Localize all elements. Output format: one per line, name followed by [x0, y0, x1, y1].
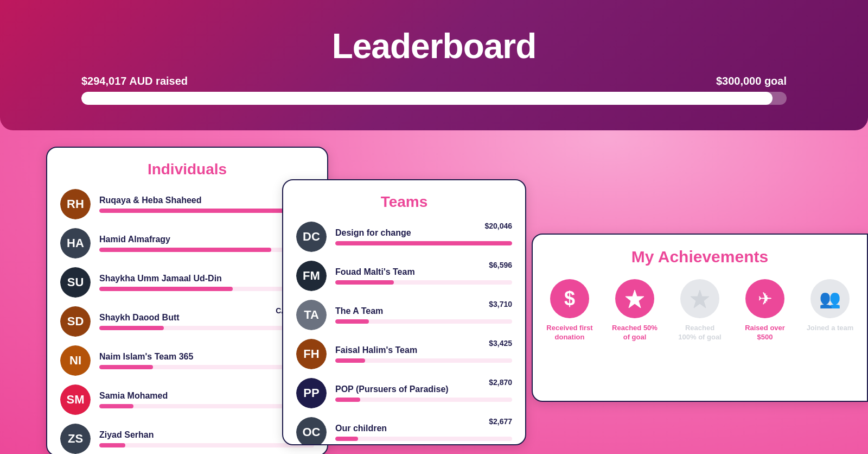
- individual-row: HA Hamid Almafragy $47,061: [60, 228, 314, 258]
- lb-name: Our children: [335, 424, 512, 433]
- individuals-list: RH Ruqaya & Heba Shaheed $58,970 HA Hami…: [60, 189, 314, 454]
- progress-labels: $294,017 AUD raised $300,000 goal: [81, 75, 787, 87]
- team-row: FH Faisal Halim's Team $3,425: [296, 339, 512, 369]
- raised-label: $294,017 AUD raised: [81, 75, 188, 87]
- lb-bar-fill: [99, 287, 233, 291]
- lb-amount: $20,046: [484, 222, 512, 230]
- team-row: DC Design for change $20,046: [296, 222, 512, 252]
- individual-row: SD Shaykh Daood Butt CA$17,330: [60, 306, 314, 337]
- achievement-item: Reached 50% of goal: [611, 279, 659, 342]
- lb-name: Faisal Halim's Team: [335, 345, 512, 355]
- lb-amount: $2,870: [489, 378, 512, 387]
- achievement-label: Reached 100% of goal: [676, 324, 724, 342]
- achievement-icon: [615, 279, 654, 318]
- lb-bar-container: [335, 398, 512, 402]
- lb-bar-fill: [99, 404, 133, 408]
- lb-name: Fouad Malti's Team: [335, 267, 512, 277]
- lb-bar-fill: [335, 437, 358, 441]
- lb-bar-fill: [335, 280, 394, 285]
- avatar: ZS: [60, 424, 91, 454]
- individual-row: SM Samia Mohamed $9,163: [60, 384, 314, 415]
- lb-bar-container: [335, 437, 512, 441]
- lb-name: The A Team: [335, 306, 512, 316]
- lb-bar-fill: [335, 358, 365, 363]
- achievements-row: $ Received first donation Reached 50% of…: [546, 279, 854, 342]
- achievement-icon: [680, 279, 719, 318]
- achievement-label: Received first donation: [546, 324, 593, 342]
- team-row: FM Fouad Malti's Team $6,596: [296, 261, 512, 291]
- avatar: RH: [60, 189, 91, 219]
- avatar: TA: [296, 300, 327, 330]
- lb-info: The A Team: [335, 306, 512, 324]
- header-banner: Leaderboard $294,017 AUD raised $300,000…: [0, 0, 868, 130]
- lb-bar-container: [335, 358, 512, 363]
- avatar: PP: [296, 378, 327, 408]
- progress-bar-fill: [81, 92, 773, 105]
- lb-info: Our children: [335, 424, 512, 441]
- teams-title: Teams: [296, 193, 512, 211]
- avatar: SD: [60, 306, 91, 337]
- team-row: OC Our children $2,677: [296, 417, 512, 445]
- avatar: DC: [296, 222, 327, 252]
- achievement-label: Reached 50% of goal: [611, 324, 659, 342]
- goal-label: $300,000 goal: [716, 75, 787, 87]
- progress-section: $294,017 AUD raised $300,000 goal: [81, 75, 787, 105]
- achievement-icon: 👥: [810, 279, 850, 318]
- achievements-card: My Achievements $ Received first donatio…: [532, 234, 868, 402]
- avatar: OC: [296, 417, 327, 445]
- avatar: FM: [296, 261, 327, 291]
- lb-amount: $3,425: [489, 339, 512, 348]
- teams-list: DC Design for change $20,046 FM Fouad Ma…: [296, 222, 512, 445]
- page-title: Leaderboard: [332, 26, 537, 66]
- lb-bar-container: [335, 319, 512, 324]
- lb-bar-container: [99, 443, 314, 447]
- individual-row: SU Shaykha Umm Jamaal Ud-Din $36,584: [60, 267, 314, 298]
- lb-name: POP (Pursuers of Paradise): [335, 384, 512, 394]
- achievement-label: Joined a team: [807, 324, 854, 333]
- avatar: SM: [60, 384, 91, 415]
- avatar: HA: [60, 228, 91, 258]
- lb-bar-container: [335, 280, 512, 285]
- lb-bar-fill: [99, 248, 271, 252]
- lb-info: Faisal Halim's Team: [335, 345, 512, 363]
- achievement-icon: ✈: [745, 279, 784, 318]
- team-row: PP POP (Pursuers of Paradise) $2,870: [296, 378, 512, 408]
- individual-row: ZS Ziyad Serhan $6,731: [60, 424, 314, 454]
- individual-row: RH Ruqaya & Heba Shaheed $58,970: [60, 189, 314, 219]
- achievements-title: My Achievements: [546, 248, 854, 266]
- lb-bar-fill: [335, 398, 360, 402]
- lb-info: POP (Pursuers of Paradise): [335, 384, 512, 402]
- lb-bar-fill: [99, 443, 125, 447]
- svg-marker-1: [691, 290, 709, 308]
- lb-bar-fill: [335, 319, 369, 324]
- lb-amount: $6,596: [489, 261, 512, 269]
- individual-row: NI Naim Islam's Team 365 $14,437: [60, 345, 314, 376]
- lb-bar-fill: [99, 326, 164, 330]
- lb-bar-container: [335, 241, 512, 245]
- teams-card: Teams DC Design for change $20,046 FM Fo…: [282, 179, 526, 445]
- achievement-item: ✈ Raised over $500: [741, 279, 789, 342]
- individuals-title: Individuals: [60, 161, 314, 178]
- avatar: NI: [60, 345, 91, 376]
- achievement-item: Reached 100% of goal: [676, 279, 724, 342]
- achievement-item: $ Received first donation: [546, 279, 593, 342]
- achievement-label: Raised over $500: [741, 324, 789, 342]
- avatar: FH: [296, 339, 327, 369]
- avatar: SU: [60, 267, 91, 298]
- lb-info: Fouad Malti's Team: [335, 267, 512, 285]
- achievement-item: 👥 Joined a team: [806, 279, 854, 333]
- lb-info: Design for change: [335, 228, 512, 245]
- lb-amount: $3,710: [489, 300, 512, 308]
- lb-amount: $2,677: [489, 417, 512, 426]
- lb-bar-fill: [99, 365, 153, 369]
- progress-bar-container: [81, 92, 787, 105]
- achievement-icon: $: [550, 279, 589, 318]
- lb-bar-fill: [335, 241, 512, 245]
- team-row: TA The A Team $3,710: [296, 300, 512, 330]
- svg-marker-0: [626, 290, 644, 308]
